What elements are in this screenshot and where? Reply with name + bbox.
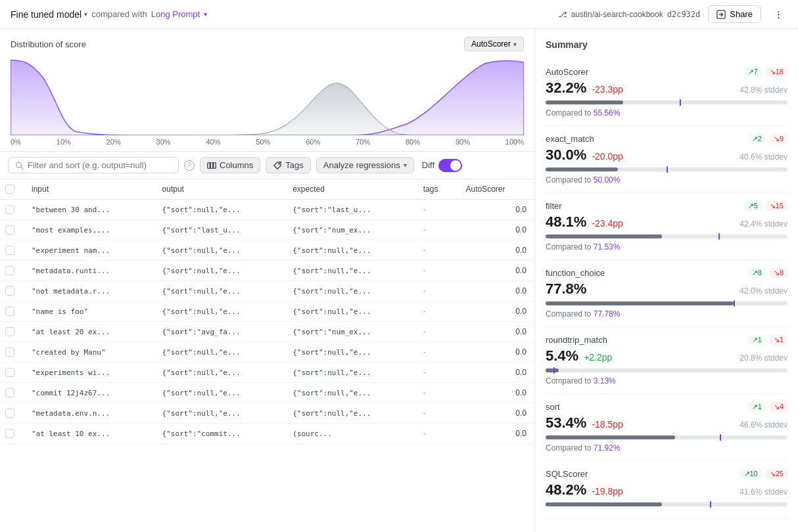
analyze-regressions-button[interactable]: Analyze regressions ▾ xyxy=(316,157,414,173)
filter-input[interactable] xyxy=(28,160,172,170)
expected-column-header[interactable]: expected xyxy=(285,179,415,200)
compare-val-roundtrip_match[interactable]: 3.13% xyxy=(594,376,616,386)
metric-bar-wrap-exact_match xyxy=(546,167,787,171)
model-selector[interactable]: Fine tuned model ▾ xyxy=(11,9,87,20)
commit-hash: d2c932d xyxy=(667,10,701,19)
x-label-60: 60% xyxy=(306,138,320,146)
main-layout: Distribution of score AutoScorer ▾ xyxy=(0,29,798,532)
metric-header-AutoScorer: AutoScorer ↗7 ↘18 xyxy=(546,67,787,77)
long-prompt-selector[interactable]: Long Prompt xyxy=(151,9,200,19)
compare-val-AutoScorer[interactable]: 55.56% xyxy=(594,108,621,118)
input-column-header[interactable]: input xyxy=(24,179,154,200)
svg-rect-3 xyxy=(208,162,210,168)
row-tags-3: - xyxy=(415,261,458,281)
autoscorer-dropdown[interactable]: AutoScorer ▾ xyxy=(464,37,524,51)
row-tags-2: - xyxy=(415,240,458,261)
compare-label-filter: Compared to xyxy=(546,242,594,252)
share-button[interactable]: Share xyxy=(708,5,761,23)
metric-stddev-SQLScorer: 41.6% stddev xyxy=(739,487,787,497)
row-expected-1: {"sort":"num_ex... xyxy=(285,220,415,240)
compare-label-roundtrip_match: Compared to xyxy=(546,376,594,386)
row-checkbox-cell xyxy=(0,383,24,403)
compare-val-function_choice[interactable]: 77.78% xyxy=(594,309,621,319)
metric-card-AutoScorer: AutoScorer ↗7 ↘18 32.2% -23.3pp 42.8% st… xyxy=(546,59,787,126)
data-table-wrap: input output expected tags AutoScorer "b… xyxy=(0,179,534,532)
badge-down-AutoScorer: ↘18 xyxy=(766,67,787,77)
svg-rect-4 xyxy=(210,162,213,168)
share-label: Share xyxy=(730,9,753,19)
row-checkbox-8[interactable] xyxy=(5,368,14,377)
metric-bar-roundtrip_match xyxy=(546,368,559,372)
metric-bar-exact_match xyxy=(546,167,618,171)
metric-stddev-AutoScorer: 42.8% stddev xyxy=(739,85,787,95)
columns-button[interactable]: Columns xyxy=(200,157,260,173)
compare-label-function_choice: Compared to xyxy=(546,309,594,319)
row-checkbox-10[interactable] xyxy=(5,409,14,418)
row-output-1: {"sort":"last_u... xyxy=(154,220,285,240)
metric-bar-wrap-filter xyxy=(546,234,787,238)
metric-bar-marker-SQLScorer xyxy=(710,501,711,508)
row-checkbox-9[interactable] xyxy=(5,388,14,397)
help-icon[interactable]: ? xyxy=(184,160,195,171)
badge-down-filter: ↘15 xyxy=(766,201,787,211)
row-checkbox-11[interactable] xyxy=(5,429,14,438)
model-chevron-icon: ▾ xyxy=(84,11,87,18)
svg-line-2 xyxy=(21,167,23,169)
metric-pct-exact_match: 30.0% xyxy=(546,146,586,164)
row-checkbox-7[interactable] xyxy=(5,347,14,357)
tags-button[interactable]: Tags xyxy=(266,157,310,173)
row-checkbox-6[interactable] xyxy=(5,327,14,336)
metric-bar-filter xyxy=(546,234,662,238)
compared-with-label: compared with xyxy=(91,9,147,19)
toggle-knob xyxy=(450,160,461,171)
row-checkbox-1[interactable] xyxy=(5,225,14,234)
select-all-checkbox[interactable] xyxy=(5,185,14,194)
metric-diff-exact_match: -20.0pp xyxy=(592,151,622,162)
row-checkbox-cell xyxy=(0,322,24,342)
row-tags-10: - xyxy=(415,403,458,424)
more-menu-button[interactable]: ⋮ xyxy=(769,5,787,24)
output-column-header[interactable]: output xyxy=(154,179,285,200)
long-prompt-chevron-icon[interactable]: ▾ xyxy=(204,11,207,18)
autoscorer-column-header[interactable]: AutoScorer xyxy=(458,179,534,200)
row-score-8: 0.0 xyxy=(458,363,534,383)
metric-bar-marker-AutoScorer xyxy=(680,99,681,106)
row-expected-0: {"sort":"last_u... xyxy=(285,200,415,220)
row-checkbox-4[interactable] xyxy=(5,286,14,296)
compare-val-exact_match[interactable]: 50.00% xyxy=(594,175,621,185)
metric-stddev-function_choice: 42.0% stddev xyxy=(739,286,787,296)
metric-bar-marker-function_choice xyxy=(734,300,735,307)
row-checkbox-2[interactable] xyxy=(5,246,14,255)
row-checkbox-3[interactable] xyxy=(5,266,14,275)
row-output-3: {"sort":null,"e... xyxy=(154,261,285,281)
metric-bar-wrap-AutoScorer xyxy=(546,100,787,104)
compare-val-sort[interactable]: 71.92% xyxy=(594,443,621,453)
select-all-header[interactable] xyxy=(0,179,24,200)
row-checkbox-5[interactable] xyxy=(5,307,14,316)
tags-icon xyxy=(273,161,282,170)
row-checkbox-cell xyxy=(0,281,24,301)
table-body: "between 30 and... {"sort":null,"e... {"… xyxy=(0,200,534,444)
chart-header: Distribution of score AutoScorer ▾ xyxy=(11,37,524,51)
row-input-2: "experiment nam... xyxy=(24,240,154,261)
row-tags-6: - xyxy=(415,322,458,342)
row-score-4: 0.0 xyxy=(458,281,534,301)
row-checkbox-cell xyxy=(0,200,24,220)
x-label-90: 90% xyxy=(456,138,470,146)
metric-values-AutoScorer: 32.2% -23.3pp 42.8% stddev xyxy=(546,79,787,97)
metric-diff-sort: -18.5pp xyxy=(592,419,622,430)
tags-column-header[interactable]: tags xyxy=(415,179,458,200)
table-header-row: input output expected tags AutoScorer xyxy=(0,179,534,200)
filter-input-wrap[interactable] xyxy=(8,157,179,173)
metric-values-filter: 48.1% -23.4pp 42.4% stddev xyxy=(546,213,787,231)
metric-header-SQLScorer: SQLScorer ↗10 ↘25 xyxy=(546,469,787,479)
table-row: "most examples,... {"sort":"last_u... {"… xyxy=(0,220,534,240)
row-expected-7: {"sort":null,"e... xyxy=(285,342,415,363)
metric-pct-SQLScorer: 48.2% xyxy=(546,481,586,499)
row-checkbox-0[interactable] xyxy=(5,205,14,214)
metric-name-roundtrip_match: roundtrip_match xyxy=(546,335,607,345)
diff-toggle[interactable] xyxy=(438,159,462,172)
compare-val-filter[interactable]: 71.53% xyxy=(594,242,621,252)
search-icon xyxy=(15,161,24,170)
metric-bar-wrap-roundtrip_match xyxy=(546,368,787,372)
